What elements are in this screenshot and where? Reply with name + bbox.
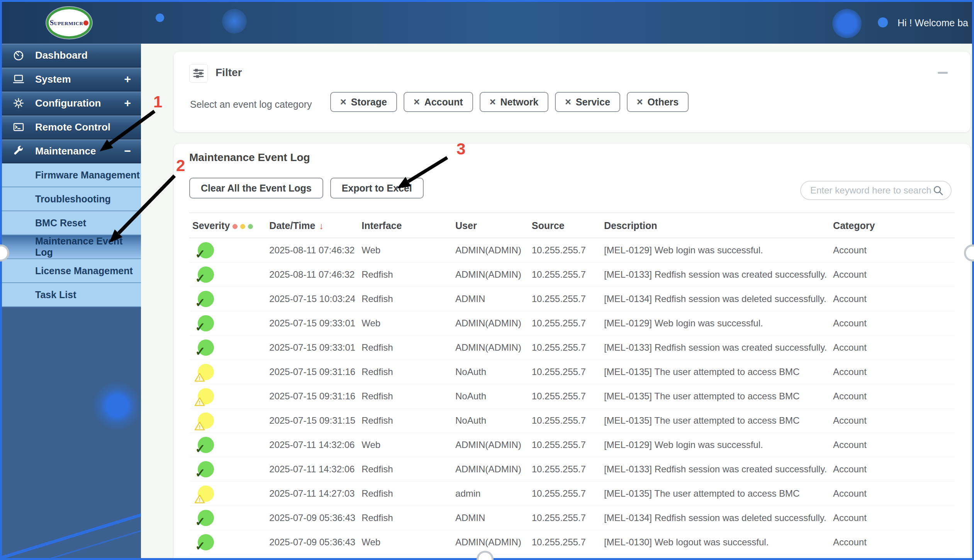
severity-warning-icon: ! xyxy=(198,388,214,404)
export-excel-button[interactable]: Export to Excel xyxy=(330,178,424,199)
sidebar-subitem-bmc-reset[interactable]: BMC Reset xyxy=(2,211,141,235)
collapse-icon[interactable]: − xyxy=(124,144,131,158)
expand-icon[interactable]: + xyxy=(124,97,131,110)
svg-text:!: ! xyxy=(199,375,200,381)
column-header-severity[interactable]: Severity xyxy=(189,213,266,238)
event-log-panel: Maintenance Event Log Clear All the Even… xyxy=(174,144,970,558)
search-icon[interactable] xyxy=(932,185,944,196)
cell-user: ADMIN(ADMIN) xyxy=(452,336,529,360)
cell-category: Account xyxy=(830,530,955,555)
table-row: ✓2025-07-15 09:33:01RedfishADMIN(ADMIN)1… xyxy=(189,336,955,360)
sidebar-item-dashboard[interactable]: Dashboard xyxy=(2,44,141,68)
cell-description: [MEL-0133] Redfish session was created s… xyxy=(601,263,830,287)
cell-source: 10.255.255.7 xyxy=(529,287,601,311)
cell-source: 10.255.255.7 xyxy=(529,506,601,530)
severity-success-icon: ✓ xyxy=(198,461,214,477)
sidebar-subitem-troubleshooting[interactable]: Troubleshooting xyxy=(2,187,141,211)
cell-category: Account xyxy=(830,360,955,384)
sidebar-item-label: Remote Control xyxy=(35,121,131,133)
page-title: Maintenance Event Log xyxy=(189,151,310,164)
logo-text: Supermicr xyxy=(50,19,83,27)
search-input[interactable] xyxy=(809,185,932,196)
cell-category: Account xyxy=(830,457,955,482)
sort-desc-icon[interactable]: ↓ xyxy=(319,221,324,231)
expand-icon[interactable]: + xyxy=(124,73,131,86)
sidebar-item-remote-control[interactable]: Remote Control xyxy=(2,115,141,139)
category-chip-others[interactable]: ×Others xyxy=(627,92,689,112)
filter-collapse-icon[interactable] xyxy=(938,72,948,74)
cell-category: Account xyxy=(830,311,955,336)
cell-user: ADMIN xyxy=(452,506,529,530)
severity-success-icon: ✓ xyxy=(198,437,214,453)
table-row: !2025-07-11 14:27:03Redfishadmin10.255.2… xyxy=(189,482,955,506)
cell-source: 10.255.255.7 xyxy=(529,311,601,336)
sidebar-subitem-label: Firmware Management xyxy=(35,170,140,181)
column-header-date-time[interactable]: Date/Time↓ xyxy=(266,213,358,238)
cell-interface: Redfish xyxy=(358,384,452,409)
cell-user: ADMIN xyxy=(452,287,529,311)
table-row: !2025-07-15 09:31:15RedfishNoAuth10.255.… xyxy=(189,409,955,433)
category-chip-storage[interactable]: ×Storage xyxy=(330,92,397,112)
category-chips: ×Storage×Account×Network×Service×Others xyxy=(330,92,689,112)
sidebar-subitem-label: Troubleshooting xyxy=(35,193,111,205)
column-header-category[interactable]: Category xyxy=(830,213,955,238)
severity-success-icon: ✓ xyxy=(198,534,214,550)
column-header-interface[interactable]: Interface xyxy=(358,213,452,238)
cell-source: 10.255.255.7 xyxy=(529,238,601,263)
decorative-bubble xyxy=(878,17,888,27)
cell-datetime: 2025-07-09 05:36:28 xyxy=(266,555,358,558)
column-label: Severity xyxy=(192,220,230,231)
cell-description: [MEL-0129] Web login was successful. xyxy=(601,433,830,457)
category-chip-service[interactable]: ×Service xyxy=(555,92,620,112)
cell-user: NoAuth xyxy=(452,360,529,384)
category-chip-account[interactable]: ×Account xyxy=(404,92,473,112)
sidebar-subitem-license-management[interactable]: License Management xyxy=(2,259,141,283)
search-box[interactable] xyxy=(800,181,952,200)
sidebar-subitem-firmware-management[interactable]: Firmware Management xyxy=(2,163,141,187)
table-body: ✓2025-08-11 07:46:32WebADMIN(ADMIN)10.25… xyxy=(189,238,955,558)
app-window: Supermicr Hi ! Welcome ba DashboardSyste… xyxy=(0,0,974,560)
sidebar-subitem-label: BMC Reset xyxy=(35,217,86,229)
configuration-icon xyxy=(12,97,25,110)
chip-remove-icon[interactable]: × xyxy=(637,97,643,107)
chip-remove-icon[interactable]: × xyxy=(340,97,346,107)
category-chip-network[interactable]: ×Network xyxy=(480,92,548,112)
column-label: Description xyxy=(604,220,657,231)
filter-icon xyxy=(189,64,208,83)
column-header-source[interactable]: Source xyxy=(529,213,601,238)
table-row: !2025-07-15 09:31:16RedfishNoAuth10.255.… xyxy=(189,360,955,384)
cell-interface: Web xyxy=(358,433,452,457)
event-log-table: SeverityDate/Time↓InterfaceUserSourceDes… xyxy=(189,212,955,558)
cell-interface: Redfish xyxy=(358,457,452,482)
chip-remove-icon[interactable]: × xyxy=(565,97,571,107)
sidebar-subitem-maintenance-event-log[interactable]: Maintenance Event Log xyxy=(2,235,141,259)
dashboard-icon xyxy=(12,49,25,62)
table-row: ✓2025-07-09 05:36:28WebADMIN(ADMIN)10.25… xyxy=(189,555,955,558)
sidebar-item-maintenance[interactable]: Maintenance− xyxy=(2,139,141,163)
chip-label: Others xyxy=(648,97,679,108)
column-label: Source xyxy=(532,220,565,231)
cell-category: Account xyxy=(830,287,955,311)
cell-category: Account xyxy=(830,384,955,409)
clear-logs-button[interactable]: Clear All the Event Logs xyxy=(189,178,323,199)
cell-interface: Web xyxy=(358,530,452,555)
cell-category: Account xyxy=(830,238,955,263)
table-row: !2025-07-15 09:31:16RedfishNoAuth10.255.… xyxy=(189,384,955,409)
sidebar-item-configuration[interactable]: Configuration+ xyxy=(2,92,141,115)
column-header-description[interactable]: Description xyxy=(601,213,830,238)
chip-remove-icon[interactable]: × xyxy=(414,97,420,107)
sidebar-subitem-label: Task List xyxy=(35,289,76,300)
cell-interface: Web xyxy=(358,311,452,336)
cell-datetime: 2025-07-15 10:03:24 xyxy=(266,287,358,311)
severity-legend-dot xyxy=(232,224,238,229)
cell-description: [MEL-0135] The user attempted to access … xyxy=(601,482,830,506)
cell-user: ADMIN(ADMIN) xyxy=(452,311,529,336)
column-header-user[interactable]: User xyxy=(452,213,529,238)
table-row: ✓2025-07-09 05:36:43RedfishADMIN10.255.2… xyxy=(189,506,955,530)
sidebar-item-system[interactable]: System+ xyxy=(2,68,141,92)
table-header-row: SeverityDate/Time↓InterfaceUserSourceDes… xyxy=(189,213,955,238)
chip-remove-icon[interactable]: × xyxy=(490,97,496,107)
sidebar-subitem-task-list[interactable]: Task List xyxy=(2,283,141,307)
column-label: Interface xyxy=(361,220,402,231)
column-label: Date/Time xyxy=(269,220,315,231)
